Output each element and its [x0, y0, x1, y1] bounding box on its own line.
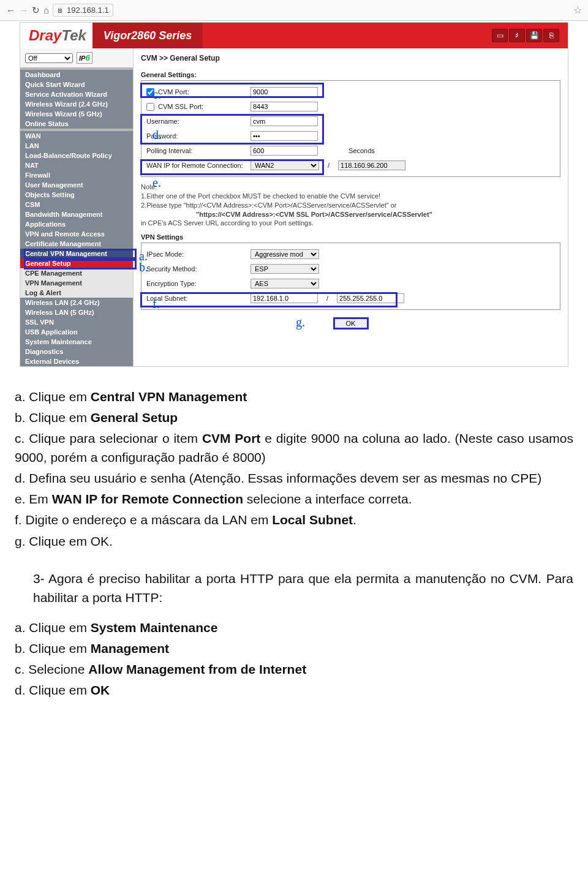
ipv6-badge: IP6: [77, 52, 92, 64]
sidebar-item-service-activation[interactable]: Service Activation Wizard: [20, 89, 133, 99]
sidebar-item-log-alert[interactable]: Log & Alert: [20, 288, 133, 298]
cvm-port-row: CVM Port:: [146, 85, 555, 99]
sidebar-item-sys-maint[interactable]: System Maintenance: [20, 337, 133, 347]
callout-g: g.: [296, 315, 305, 330]
step2-b: b. Clique em Management: [15, 639, 573, 658]
browser-toolbar: ← → ↻ ⌂ 🗎 192.168.1.1 ☆: [0, 0, 588, 21]
home-icon[interactable]: ⌂: [43, 5, 49, 15]
ipsec-label: IPsec Mode:: [146, 251, 244, 258]
note-2b: "https://<CVM Address>:<CVM SSL Port>/AC…: [196, 211, 432, 218]
sidebar-item-bandwidth[interactable]: Bandwidth Management: [20, 209, 133, 219]
step-c: c. Clique para selecionar o item CVM Por…: [15, 429, 573, 467]
wanip-select[interactable]: WAN2: [251, 160, 319, 170]
sidebar-item-ext-devices[interactable]: External Devices: [20, 356, 133, 366]
content-area: CVM >> General Setup General Settings: C…: [134, 48, 568, 366]
sidebar-item-cpe-mgmt[interactable]: CPE Management: [20, 268, 133, 278]
sidebar-item-vpn-remote[interactable]: VPN and Remote Access: [20, 229, 133, 239]
sidebar-item-wlan-24[interactable]: Wireless LAN (2.4 GHz): [20, 298, 133, 307]
sidebar-item-wireless-24[interactable]: Wireless Wizard (2.4 GHz): [20, 99, 133, 109]
header-icons: ▭ ♯ 💾 ⎘: [492, 23, 568, 48]
url-box[interactable]: 🗎 192.168.1.1: [53, 4, 113, 17]
step2-a: a. Clique em System Maintenance: [15, 618, 573, 637]
series-label: Vigor2860 Series: [92, 23, 203, 48]
header-icon-2[interactable]: ♯: [509, 29, 525, 42]
sidebar-item-applications[interactable]: Applications: [20, 219, 133, 229]
sidebar-subgroup: General Setup CPE Management VPN Managem…: [20, 258, 133, 298]
sidebar-item-cert-mgmt[interactable]: Certificate Management: [20, 239, 133, 249]
callout-d: d.: [153, 128, 162, 142]
polling-unit: Seconds: [349, 147, 375, 154]
sidebar-item-lan[interactable]: LAN: [20, 141, 133, 151]
forward-icon[interactable]: →: [19, 5, 28, 15]
polling-label: Polling Interval:: [146, 147, 244, 154]
header-icon-save[interactable]: 💾: [526, 29, 542, 42]
ipsec-select[interactable]: Aggressive mod: [251, 249, 319, 259]
step-b: b. Clique em General Setup: [15, 408, 573, 427]
sidebar-item-objects[interactable]: Objects Setting: [20, 190, 133, 200]
sidebar-item-online-status[interactable]: Online Status: [20, 119, 133, 129]
sidebar-item-wireless-5[interactable]: Wireless Wizard (5 GHz): [20, 109, 133, 119]
step-f: f. Digite o endereço e a máscara da LAN …: [15, 510, 573, 529]
sidebar-item-sslvpn[interactable]: SSL VPN: [20, 317, 133, 327]
sidebar-item-csm[interactable]: CSM: [20, 200, 133, 209]
sidebar-item-firewall[interactable]: Firewall: [20, 170, 133, 180]
sidebar-item-diagnostics[interactable]: Diagnostics: [20, 347, 133, 356]
cvm-port-input[interactable]: [251, 87, 318, 97]
note-2a: 2.Please type "http://<CVM Address>:<CVM…: [141, 202, 396, 209]
note-1: 1.Either one of the Port checkbox MUST b…: [141, 192, 560, 201]
logo-dray: Dray: [29, 27, 61, 44]
ok-button[interactable]: OK: [333, 317, 369, 330]
header-icon-logout[interactable]: ⎘: [543, 29, 559, 42]
sidebar-item-wan[interactable]: WAN: [20, 131, 133, 141]
sidebar-item-general-setup[interactable]: General Setup: [20, 258, 133, 268]
sidebar-item-vpn-mgmt[interactable]: VPN Management: [20, 278, 133, 288]
enc-row: Encryption Type: AES: [146, 276, 555, 291]
local-subnet-row: Local Subnet: /: [146, 291, 555, 306]
general-settings-panel: CVM Port: CVM SSL Port: Username: P: [141, 80, 560, 177]
step-3: 3- Agora é preciso habilitar a porta HTT…: [33, 569, 573, 607]
sidebar-group-1: Dashboard Quick Start Wizard Service Act…: [20, 70, 133, 129]
cvm-ssl-input[interactable]: [251, 102, 318, 111]
sidebar-item-central-vpn[interactable]: Central VPN Management: [20, 249, 133, 258]
callout-c: c.: [153, 88, 161, 102]
vpn-settings-panel: IPsec Mode: Aggressive mod Security Meth…: [141, 243, 560, 310]
section-general-settings: General Settings:: [141, 71, 560, 78]
local-subnet-mask[interactable]: [337, 293, 404, 303]
sidebar-item-quick-start[interactable]: Quick Start Wizard: [20, 80, 133, 89]
back-icon[interactable]: ←: [6, 5, 15, 15]
sidebar-item-dashboard[interactable]: Dashboard: [20, 70, 133, 80]
enc-select[interactable]: AES: [251, 279, 319, 288]
cvm-ssl-checkbox[interactable]: [146, 103, 154, 111]
header-icon-1[interactable]: ▭: [492, 29, 508, 42]
sidebar-item-nat[interactable]: NAT: [20, 160, 133, 170]
sidebar-item-user-mgmt[interactable]: User Management: [20, 180, 133, 190]
step2-d: d. Clique em OK: [15, 680, 573, 699]
wanip-label: WAN IP for Remote Connection:: [146, 162, 244, 169]
step-g: g. Clique em OK.: [15, 532, 573, 551]
sidebar-item-loadbalance[interactable]: Load-Balance/Route Policy: [20, 151, 133, 160]
bookmark-star-icon[interactable]: ☆: [573, 4, 582, 16]
username-input[interactable]: [251, 116, 318, 126]
username-row: Username:: [146, 114, 555, 129]
section-vpn-settings: VPN Settings: [141, 233, 560, 241]
reload-icon[interactable]: ↻: [32, 5, 40, 16]
logo-tek: Tek: [61, 27, 86, 44]
router-page: DrayTek Vigor2860 Series ▭ ♯ 💾 ⎘ Off IP6…: [20, 22, 568, 367]
wanip-row: WAN IP for Remote Connection: WAN2 /: [146, 158, 555, 173]
sidebar-item-wlan-5[interactable]: Wireless LAN (5 GHz): [20, 307, 133, 317]
polling-input[interactable]: [251, 146, 318, 156]
sidebar: Off IP6 Dashboard Quick Start Wizard Ser…: [20, 48, 134, 366]
password-input[interactable]: [251, 131, 318, 141]
secmethod-row: Security Method: ESP: [146, 262, 555, 276]
sidebar-off-select[interactable]: Off: [25, 53, 73, 63]
slash: /: [325, 162, 332, 169]
sidebar-group-2: WAN LAN Load-Balance/Route Policy NAT Fi…: [20, 131, 133, 258]
secmethod-select[interactable]: ESP: [251, 264, 319, 274]
password-row: Password:: [146, 129, 555, 143]
wanip-value: [338, 160, 405, 170]
callout-f: f.: [153, 297, 160, 311]
page-icon: 🗎: [57, 7, 64, 14]
local-subnet-ip[interactable]: [251, 293, 318, 303]
polling-row: Polling Interval: Seconds: [146, 143, 555, 158]
sidebar-item-usb[interactable]: USB Application: [20, 327, 133, 337]
